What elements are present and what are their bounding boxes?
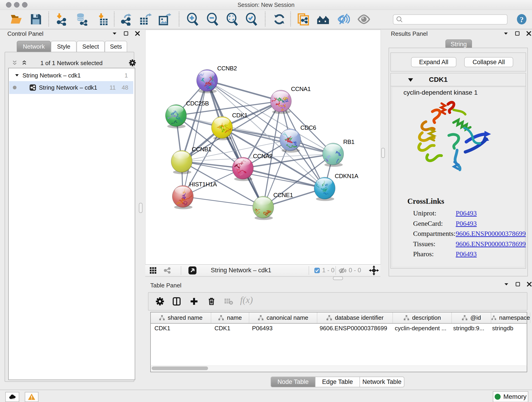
network-canvas[interactable]: CCNB2CCNA1CDC25BCDK1CDC6RB1CCNB1CCNA2CDK… (145, 30, 381, 265)
help-button[interactable]: ? (516, 13, 529, 26)
node-HIST1H1A[interactable] (172, 185, 193, 209)
results-close-icon[interactable] (526, 31, 532, 36)
import-network-from-database-button[interactable] (75, 13, 88, 26)
cell-3[interactable]: 9606.ENSP00000378699 (316, 324, 391, 333)
zoom-fit-button[interactable] (226, 13, 239, 26)
table-hscrollbar[interactable] (150, 366, 527, 372)
zoom-in-button[interactable] (186, 13, 199, 26)
birdseye-view-icon[interactable] (188, 266, 197, 275)
tab-node-table[interactable]: Node Table (271, 376, 316, 387)
table-hscrollbar-thumb[interactable] (152, 366, 208, 370)
clone-network-button[interactable] (297, 13, 310, 26)
network-view-icon[interactable] (163, 267, 171, 274)
cell-6[interactable]: stringdb (488, 324, 527, 333)
hidden-items-icon[interactable] (339, 267, 347, 274)
table-menu-icon[interactable] (504, 281, 509, 287)
node-RB1[interactable] (320, 143, 344, 167)
node-CCNE1[interactable] (252, 196, 274, 220)
crosslink-row: Tissues:9606.ENSP00000378699 (413, 239, 521, 249)
grid-view-icon[interactable] (149, 267, 157, 274)
show-columns-icon[interactable] (172, 297, 181, 306)
delete-column-icon[interactable] (207, 297, 216, 306)
panel-float-icon[interactable] (123, 31, 129, 36)
search-icon (396, 16, 404, 23)
import-network-button[interactable] (55, 13, 68, 26)
cell-4[interactable]: cyclin-dependent ... (391, 324, 450, 333)
edge-CCNB2-HIST1H1A[interactable] (183, 80, 207, 196)
tab-edge-table[interactable]: Edge Table (316, 376, 360, 387)
tab-network[interactable]: Network (17, 41, 51, 52)
zoom-selected-button[interactable] (245, 13, 258, 26)
home-networks-button[interactable] (317, 13, 329, 26)
cell-0[interactable]: CDK1 (151, 324, 211, 333)
memory-button[interactable]: Memory (493, 391, 528, 402)
tab-select[interactable]: Select (76, 41, 105, 52)
crosslink-link[interactable]: P06493 (456, 220, 477, 227)
collection-expander-icon[interactable] (15, 73, 19, 78)
tab-sets[interactable]: Sets (105, 41, 127, 52)
add-column-icon[interactable] (190, 297, 199, 306)
node-CDC6[interactable] (280, 129, 301, 153)
column-header-description[interactable]: description (393, 313, 452, 323)
edge-HIST1H1A-CCNE1[interactable] (183, 196, 263, 207)
left-splitter-handle[interactable] (139, 203, 143, 213)
network-collection-row[interactable]: String Network – cdk1 1 (9, 70, 133, 81)
crosslink-link[interactable]: 9606.ENSP00000378699 (456, 230, 526, 237)
crosslink-link[interactable]: P06493 (456, 209, 477, 217)
crosslink-link[interactable]: 9606.ENSP00000378699 (456, 240, 526, 248)
bottom-splitter-handle[interactable] (333, 276, 343, 280)
memory-status-dot (495, 394, 500, 400)
control-panel-title: Control Panel (7, 30, 44, 37)
panel-close-icon[interactable] (135, 31, 140, 36)
show-panel-button[interactable] (357, 13, 370, 26)
network-options-gear-icon[interactable] (128, 59, 136, 67)
export-image-button[interactable] (158, 13, 171, 26)
tab-network-table[interactable]: Network Table (360, 376, 404, 387)
column-header-sharedname[interactable]: shared name (151, 313, 211, 323)
node-CCNB1[interactable] (171, 150, 192, 174)
panel-menu-icon[interactable] (112, 31, 117, 36)
cloud-icon (8, 393, 16, 401)
right-splitter-handle[interactable] (381, 148, 385, 158)
search-input[interactable] (393, 14, 507, 25)
column-header-namespace[interactable]: namespace (491, 313, 530, 323)
node-CCNB2[interactable] (196, 70, 218, 93)
export-network-button[interactable] (120, 13, 133, 26)
table-gear-icon[interactable] (155, 297, 165, 306)
tab-style[interactable]: Style (51, 41, 76, 52)
import-table-button[interactable] (96, 13, 109, 26)
save-session-button[interactable] (30, 13, 42, 26)
node-CCNA1[interactable] (270, 90, 291, 114)
cloud-button[interactable] (5, 392, 19, 402)
collapse-all-button[interactable]: Collapse All (464, 57, 513, 67)
column-header-id[interactable]: @id (452, 313, 491, 323)
warning-button[interactable] (25, 392, 38, 402)
cell-2[interactable]: P06493 (248, 324, 316, 333)
column-header-canonicalname[interactable]: canonical name (249, 313, 317, 323)
column-header-name[interactable]: name (211, 313, 249, 323)
fit-selected-icon[interactable] (369, 265, 379, 275)
hide-panel-button[interactable] (337, 13, 350, 26)
export-table-button[interactable] (139, 13, 152, 26)
network-row-selected[interactable]: String Network – cdk1 11 48 (9, 81, 133, 94)
open-session-button[interactable] (10, 13, 23, 26)
refresh-button[interactable] (273, 13, 286, 26)
cell-5[interactable]: stringdb:9... (450, 324, 488, 333)
crosslink-label: Pharos: (413, 250, 456, 258)
selected-nodes-checkbox-icon[interactable] (314, 268, 320, 274)
column-header-databaseidentifier[interactable]: database identifier (317, 313, 393, 323)
table-float-icon[interactable] (515, 281, 520, 287)
results-float-icon[interactable] (515, 31, 520, 36)
node-CDKN1A[interactable] (314, 177, 335, 201)
table-close-icon[interactable] (526, 281, 532, 287)
table-row[interactable]: CDK1CDK1P064939606.ENSP00000378699cyclin… (151, 324, 527, 333)
results-menu-icon[interactable] (503, 31, 509, 36)
cdk1-section-header[interactable]: CDK1 (391, 73, 526, 86)
edge-CCNB2-CCNE1[interactable] (207, 80, 263, 207)
crosslink-link[interactable]: P06493 (456, 250, 477, 258)
expand-all-button[interactable]: Expand All (411, 57, 456, 67)
zoom-out-button[interactable] (206, 13, 219, 26)
cell-1[interactable]: CDK1 (211, 324, 248, 333)
section-expander-icon[interactable] (408, 77, 413, 83)
node-CDC25B[interactable] (165, 104, 188, 128)
